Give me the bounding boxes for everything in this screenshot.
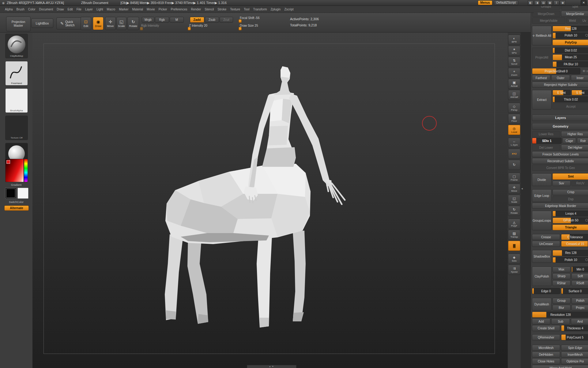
panel-resolution-128[interactable]: Resolution 128	[532, 312, 588, 318]
menu-zplugin[interactable]: Zplugin	[269, 7, 283, 12]
draw-size-slider[interactable]: Draw Size 25	[240, 24, 274, 28]
panel-projectall[interactable]: ProjectAll	[532, 48, 552, 67]
menu-stencil[interactable]: Stencil	[203, 7, 216, 12]
panel-higher-res[interactable]: Higher Res	[561, 131, 588, 137]
panel-mergedown[interactable]: MergeDown	[532, 11, 560, 17]
z-intensity-slider[interactable]: Z Intensity 20	[189, 24, 223, 28]
rgb-button[interactable]: Rgb	[155, 17, 169, 23]
panel-mirror-and-weld[interactable]: Mirror And Weld	[532, 365, 588, 368]
z-intensity-handle[interactable]	[188, 27, 191, 30]
panel-uv[interactable]: Uv	[579, 17, 588, 24]
panel-groups[interactable]: Groups	[532, 6, 560, 10]
panel-shadowbox[interactable]: ShadowBox	[532, 250, 552, 263]
menus-button[interactable]: Menus	[478, 0, 492, 5]
panel-dsp[interactable]: Dsp	[552, 196, 588, 202]
panel-rshar[interactable]: RShar	[552, 280, 571, 286]
panel-create-shell[interactable]: Create Shell	[532, 325, 560, 331]
color-picker[interactable]	[5, 159, 28, 182]
menu-macro[interactable]: Macro	[105, 7, 117, 12]
menu-file[interactable]: File	[75, 7, 83, 12]
scale-button[interactable]: ◱Scale	[508, 195, 520, 205]
panel-group[interactable]: Group	[552, 298, 571, 304]
panel-rsoft[interactable]: RSoft	[571, 280, 588, 286]
panel-blur[interactable]: Blur	[552, 305, 571, 311]
panel-rstr[interactable]: Rstr	[577, 138, 588, 144]
panel-spin-edge[interactable]: Spin Edge	[561, 345, 588, 351]
alpha-selector[interactable]: BrushAlpha	[5, 88, 28, 113]
floor-button[interactable]: ▦Floor	[508, 114, 520, 124]
panel-res-128[interactable]: Res 128	[552, 250, 588, 256]
panel-pa-blur-10[interactable]: PA Blur 10	[552, 61, 588, 67]
panel-min-0[interactable]: Min 0	[571, 266, 588, 272]
mrgb-button[interactable]: Mrgb	[142, 17, 154, 23]
rgb-intensity-handle[interactable]	[140, 27, 143, 30]
menu-marker[interactable]: Marker	[117, 7, 130, 12]
spin-free-button[interactable]: ↻	[508, 160, 520, 170]
panel-delhidden[interactable]: DelHidden	[532, 351, 560, 358]
zcut-button[interactable]: Zcut	[220, 17, 233, 23]
panel-triangle[interactable]: Triangle	[552, 224, 588, 230]
draw-button[interactable]: ◉ Draw	[93, 17, 104, 30]
panel-projec[interactable]: Projec	[571, 305, 588, 311]
panel-reconstruct-subdiv[interactable]: Reconstruct Subdiv	[532, 158, 588, 164]
panel-edgeloop-mask-border[interactable]: Edgeloop Mask Border	[532, 203, 588, 209]
scale-button[interactable]: ◱ Scale	[116, 17, 126, 30]
panel-surface-0[interactable]: Surface 0	[561, 288, 588, 294]
scroll-button[interactable]: ⇅Scroll	[508, 57, 520, 67]
panel-mean-25[interactable]: Mean 25	[552, 54, 588, 60]
menu-layer[interactable]: Layer	[83, 7, 95, 12]
menu-brush[interactable]: Brush	[15, 7, 26, 12]
panel-del-higher[interactable]: Del Higher	[561, 144, 588, 151]
panel-polish-10[interactable]: Polish 10◯	[552, 33, 588, 38]
close-button[interactable]: ✕	[581, 0, 587, 5]
panel-creaselvl-15[interactable]: CreaseLvl 15	[561, 241, 588, 247]
zoom-button[interactable]: ⌖Zoom	[508, 68, 520, 78]
xpose-button[interactable]: ⇉Xpose	[508, 265, 520, 275]
panel-mergevisible[interactable]: MergeVisible	[532, 17, 565, 24]
panel-suv[interactable]: Suv	[552, 181, 571, 186]
panel-outer[interactable]: Outer	[551, 75, 570, 81]
panel-split[interactable]: Split	[561, 6, 588, 10]
stroke-selector[interactable]: FreeHand	[5, 61, 28, 86]
panel-projectionshell-0[interactable]: ProjectionShell 0	[532, 68, 580, 74]
panel-dynamesh[interactable]: DynaMesh	[532, 298, 552, 311]
panel-dist-0-02[interactable]: Dist 0.02	[552, 48, 588, 53]
menu-picker[interactable]: Picker	[157, 7, 169, 12]
canvas[interactable]: ▴ ▾	[32, 33, 508, 368]
panel-optimize-poi[interactable]: Optimize Poi	[561, 358, 588, 364]
panel-sdiv-1[interactable]: SDiv 1	[532, 138, 562, 144]
menu-zscript[interactable]: Zscript	[282, 7, 295, 12]
zsub-button[interactable]: Zsub	[205, 17, 219, 23]
menu-color[interactable]: Color	[26, 7, 37, 12]
menu-document[interactable]: Document	[37, 7, 55, 12]
local-button[interactable]: ◎Local	[508, 125, 520, 135]
panel-close-holes[interactable]: Close Holes	[532, 358, 560, 364]
panel-divide[interactable]: Divide	[532, 173, 552, 186]
panel-lower-res[interactable]: Lower Res	[532, 131, 560, 137]
actual-button[interactable]: ▣Actual	[508, 79, 520, 89]
panel-edge-0[interactable]: Edge 0	[532, 288, 560, 294]
xyz-button[interactable]: XYZ	[508, 149, 520, 159]
panel-polygrp[interactable]: PolyGrp	[552, 40, 588, 45]
focal-shift-handle[interactable]	[239, 19, 242, 23]
move-button[interactable]: ✛ Move	[105, 17, 116, 30]
lightbox-button[interactable]: LightBox	[31, 18, 53, 28]
panel-accept[interactable]: Accept	[552, 103, 588, 109]
panel-polish-10[interactable]: Polish 10◯	[552, 257, 588, 263]
panel-sharp[interactable]: Sharp	[552, 273, 571, 279]
m-button[interactable]: M	[170, 17, 184, 23]
brush-selector[interactable]: ClayBuildup	[5, 34, 28, 58]
texture-selector[interactable]: Texture Off	[5, 116, 28, 140]
spix-button[interactable]: ✶SPix	[508, 46, 520, 56]
panel-micromesh[interactable]: MicroMesh	[532, 345, 560, 351]
alternate-button[interactable]: Alternate	[4, 205, 29, 211]
panel-soft[interactable]: Soft	[571, 273, 588, 279]
panel-reuv[interactable]: ReUV	[571, 181, 588, 186]
panel-del-lower[interactable]: Del Lower	[532, 144, 560, 151]
menu-draw[interactable]: Draw	[55, 7, 66, 12]
panel-e-smt[interactable]: E Smt	[552, 90, 571, 95]
panel-reproject-higher-subdiv[interactable]: Reproject Higher Subdiv	[532, 82, 588, 88]
menu-movie[interactable]: Movie	[145, 7, 157, 12]
menu-render[interactable]: Render	[189, 7, 203, 12]
panel-s-smt[interactable]: S Smt	[571, 90, 588, 95]
